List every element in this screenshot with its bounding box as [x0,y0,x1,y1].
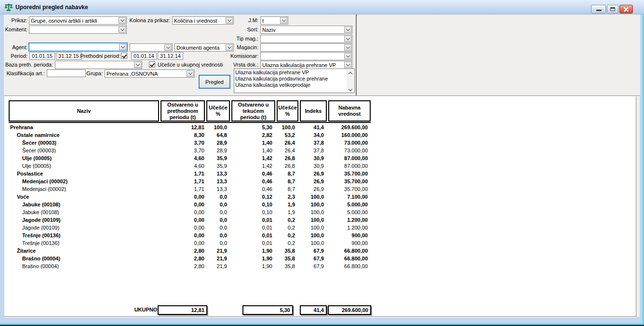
chevron-down-icon[interactable] [134,62,141,68]
chevron-down-icon[interactable] [344,53,351,59]
table-row[interactable]: Trešnje (00136)0,000,00,010,2100,0900,00 [4,240,390,247]
column-header-naziv: Naziv [9,100,159,122]
chevron-down-icon[interactable] [344,44,351,51]
table-row[interactable]: Jabuke (00108)0,000,00,101,9100,05.000,0… [4,209,390,217]
chevron-down-icon[interactable] [280,17,287,24]
row-value: 26,9 [285,178,324,184]
row-value: 21,9 [193,263,227,269]
app-window: Uporedni pregled nabavke Prikaz: Grupe, … [0,0,644,326]
jm-label: J.M: [238,17,258,24]
table-row[interactable]: Ulje (00005)4,6035,91,4226,830,987.000,0… [4,155,390,163]
grupa-select[interactable]: Prehrana ,OSNOVNA [105,69,195,78]
row-value: 13,3 [193,171,227,177]
chevron-down-icon[interactable] [119,27,126,33]
row-value: 21,9 [193,248,227,254]
row-name: Ulje (00005) [22,155,52,161]
row-value: 73.000,00 [324,148,368,153]
table-row[interactable]: Medenjaci (00002)1,7113,30,468,726,935.7… [4,186,390,193]
chevron-down-icon[interactable] [344,36,351,42]
scroll-down-icon[interactable] [348,87,352,91]
row-value: 1.200,00 [324,225,368,231]
row-value: 67,9 [285,263,324,269]
period-to-input[interactable]: 31.12.15 [56,52,81,60]
kolona-select[interactable]: Količina i vrednost [172,16,234,25]
prethodni-period-checkbox[interactable] [121,53,127,59]
close-button[interactable] [619,5,633,14]
ucesce-checkbox[interactable] [149,61,155,68]
chevron-down-icon[interactable] [187,70,194,77]
row-value: 35.700,00 [324,171,368,177]
komisionar-select[interactable] [260,52,352,60]
magacin-select[interactable] [260,43,352,52]
table-row[interactable]: Šećer (00003)3,7028,91,4026,437,873.000,… [4,147,390,155]
row-value: 26,9 [285,186,324,192]
table-row[interactable]: Ulje (00005)4,6035,91,4226,830,987.000,0… [4,163,390,170]
scroll-up-icon[interactable] [348,72,352,76]
row-value: 0,0 [193,202,227,207]
table-row[interactable]: Prehrana12,81100,05,30100,041,4269.600,0… [4,124,390,132]
row-value: 0,0 [193,217,227,223]
chevron-down-icon[interactable] [344,62,351,68]
sort-select[interactable]: Naziv [260,26,352,34]
agent-doc-value: Dokumenti agenta [176,45,225,51]
table-row[interactable]: Poslastice1,7113,30,468,726,935.700,00 [4,170,390,178]
maximize-icon [610,7,615,11]
listbox-scrollbar[interactable] [347,69,354,92]
prev-period-from-input[interactable]: 01.01.14 [131,52,157,60]
agent-secondary-select[interactable] [130,43,173,52]
row-name: Brašno (00004) [22,256,60,261]
row-value: 34,0 [285,132,324,138]
table-row[interactable]: Jagode (00109)0,000,00,010,2100,01.200,0… [4,217,390,224]
table-row[interactable]: Voće0,000,00,122,3100,07.100,00 [4,193,390,201]
tip-mag-select[interactable] [260,35,352,43]
chevron-down-icon[interactable] [119,17,126,24]
baza-select[interactable] [55,61,142,69]
vrsta-dok-select[interactable]: Ulazna kalkulacija prehrane VP [260,61,352,69]
pregled-button[interactable]: Pregled [199,75,230,89]
column-header-share-prev: Učešće % [206,100,230,122]
table-row[interactable]: Šećer (00003)3,7028,91,4026,437,873.000,… [4,139,390,147]
row-value: 0,0 [193,194,227,200]
chevron-down-icon[interactable] [344,27,351,33]
table-row[interactable]: Medenjaci (00002)1,7113,30,468,726,935.7… [4,178,390,186]
tip-mag-label: Tip mag.: [224,36,258,42]
table-row[interactable]: Brašno (00004)2,8021,91,9035,867,966.800… [4,263,390,271]
row-value: 35.700,00 [324,178,368,184]
row-value: 1.200,00 [324,217,368,223]
maximize-button[interactable] [607,5,618,14]
title-bar[interactable]: Uporedni pregled nabavke [0,0,644,14]
row-value: 900,00 [324,240,368,246]
doc-type-listbox[interactable]: Ulazna kalkulacija prehrane VPUlazna kal… [234,68,355,93]
table-row[interactable]: Trešnje (00136)0,000,00,010,2100,0900,00 [4,232,390,240]
chevron-down-icon[interactable] [119,44,126,50]
table-row[interactable]: Jagode (00109)0,000,00,010,2100,01.200,0… [4,224,390,232]
row-value: 5.000,00 [324,209,368,215]
row-value: 35,9 [193,155,227,161]
komitent-select[interactable] [29,26,127,34]
minimize-button[interactable] [591,5,606,14]
doc-type-list-item[interactable]: Ulazna kalkulacija prehrane VP [235,69,346,76]
table-row[interactable]: Jabuke (00108)0,000,00,101,9100,05.000,0… [4,201,390,209]
klasifikacija-input[interactable] [47,69,86,77]
sort-label: Sort: [224,27,258,33]
prev-period-to-input[interactable]: 31.12.14 [158,52,183,60]
doc-type-list: Ulazna kalkulacija prehrane VPUlazna kal… [235,69,346,92]
magacin-label: Magacin: [224,44,258,51]
table-row[interactable]: Žitarice2,8021,91,9035,867,966.800,00 [4,247,390,255]
period-from-input[interactable]: 01.01.15 [29,52,55,60]
prikaz-select[interactable]: Grupe, osnovni artikli i artikli [29,16,127,25]
ucesce-label: Učešće u ukupnoj vrednosti [158,62,230,68]
agent-select[interactable] [28,42,128,52]
column-header-nabavna: Nabavna vrednost [328,100,371,122]
row-value: 13,3 [193,186,227,192]
row-value: 0,0 [193,232,227,238]
doc-type-list-item[interactable]: Ulazna kalkulacija prodavnice prehrane [235,76,346,82]
table-row[interactable]: Brašno (00004)2,8021,91,9035,867,966.800… [4,255,390,263]
chevron-down-icon[interactable] [164,44,172,51]
row-value: 21,9 [193,256,227,261]
row-value: 66.800,00 [324,248,368,254]
table-row[interactable]: Ostale namirnice8,3064,82,8253,234,0160.… [4,132,390,139]
doc-type-list-item[interactable]: Ulazna kalkulacija velikoprodaje [235,82,346,88]
jm-select[interactable]: t [260,16,288,25]
chevron-down-icon[interactable] [226,17,233,24]
